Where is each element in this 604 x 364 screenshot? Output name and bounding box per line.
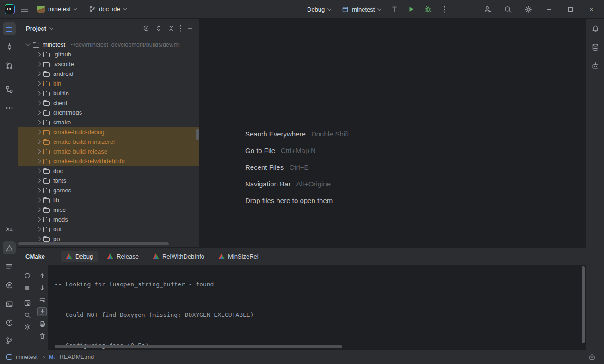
chevron-right-icon[interactable]: [37, 227, 41, 232]
scroll-to-end-button[interactable]: [37, 307, 47, 316]
settings-button[interactable]: [523, 4, 534, 15]
chevron-right-icon[interactable]: [37, 237, 41, 241]
code-with-me-button[interactable]: [482, 4, 493, 15]
tree-item[interactable]: misc: [18, 205, 199, 215]
project-panel-title[interactable]: Project: [26, 25, 46, 32]
expand-all-icon[interactable]: [155, 25, 162, 32]
tree-item-selected[interactable]: cmake-build-release: [18, 147, 199, 156]
tree-item[interactable]: bin: [18, 79, 199, 88]
chevron-right-icon[interactable]: [37, 198, 41, 203]
print-button[interactable]: [37, 319, 47, 328]
table-tool-button[interactable]: [3, 222, 16, 235]
structure-tool-button[interactable]: [3, 83, 16, 96]
console-vertical-scrollbar[interactable]: [582, 266, 585, 343]
project-selector[interactable]: minetest: [35, 4, 80, 15]
pull-requests-tool-button[interactable]: [3, 59, 16, 72]
search-everywhere-button[interactable]: [502, 4, 513, 15]
chevron-right-icon[interactable]: [37, 169, 41, 173]
stop-cmake-button[interactable]: [23, 283, 32, 292]
chevron-right-icon[interactable]: [37, 81, 41, 86]
chevron-down-icon[interactable]: [26, 42, 31, 46]
breadcrumb-file[interactable]: README.md: [60, 354, 94, 360]
collapse-all-icon[interactable]: [167, 25, 175, 32]
breadcrumb-project[interactable]: minetest: [16, 354, 37, 360]
run-configuration-dropdown[interactable]: minetest: [339, 4, 383, 15]
debug-button[interactable]: [422, 4, 433, 15]
clear-all-button[interactable]: [37, 331, 47, 340]
cmake-tab-release[interactable]: Release: [102, 251, 144, 262]
chevron-right-icon[interactable]: [37, 217, 41, 222]
tree-item[interactable]: client: [18, 98, 199, 108]
hide-panel-icon[interactable]: [186, 25, 194, 32]
chevron-right-icon[interactable]: [37, 179, 41, 183]
tree-item[interactable]: builtin: [18, 88, 199, 98]
chevron-right-icon[interactable]: [37, 91, 41, 96]
main-menu-icon[interactable]: [21, 6, 28, 12]
locate-file-icon[interactable]: [142, 25, 150, 32]
chevron-right-icon[interactable]: [37, 159, 41, 164]
tree-item-selected[interactable]: cmake-build-relwithdebinfo: [18, 156, 199, 166]
cmake-panel-title[interactable]: CMake: [25, 253, 45, 260]
chevron-right-icon[interactable]: [37, 120, 41, 125]
version-control-tool-button[interactable]: [3, 334, 16, 347]
cmake-console-output[interactable]: -- Looking for luaopen_string_buffer - f…: [48, 265, 586, 350]
close-button[interactable]: ×: [586, 3, 598, 15]
soft-wrap-button[interactable]: [37, 296, 47, 305]
chevron-right-icon[interactable]: [37, 52, 41, 57]
ai-assistant-status-button[interactable]: [586, 352, 598, 363]
tree-item[interactable]: lib: [18, 195, 199, 205]
chevron-right-icon[interactable]: [37, 130, 41, 135]
cmake-tab-debug[interactable]: Debug: [61, 251, 98, 262]
run-button[interactable]: [406, 4, 417, 15]
minimize-button[interactable]: [543, 3, 555, 15]
commit-tool-button[interactable]: [3, 40, 16, 53]
chevron-right-icon[interactable]: [37, 208, 41, 212]
run-tool-button[interactable]: [3, 278, 16, 291]
tree-root-row[interactable]: minetest ~/dev/minetest_development/buil…: [18, 40, 199, 49]
tree-item[interactable]: out: [18, 224, 199, 234]
branch-selector[interactable]: doc_ide: [86, 4, 129, 14]
panel-options-icon[interactable]: [180, 28, 181, 29]
todo-tool-button[interactable]: [3, 259, 16, 272]
more-actions-button[interactable]: [439, 4, 450, 15]
previous-message-button[interactable]: [37, 271, 47, 280]
console-settings-button[interactable]: [23, 322, 32, 332]
chevron-right-icon[interactable]: [37, 188, 41, 193]
cache-variables-button[interactable]: [23, 310, 32, 320]
reload-cmake-button[interactable]: [23, 271, 32, 280]
terminal-tool-button[interactable]: [3, 297, 16, 310]
build-hammer-button[interactable]: [389, 4, 400, 15]
tree-item[interactable]: mods: [18, 215, 199, 224]
next-message-button[interactable]: [37, 283, 47, 292]
tree-item-selected[interactable]: cmake-build-debug: [18, 127, 199, 137]
tree-item[interactable]: .github: [18, 49, 199, 59]
project-tool-button[interactable]: [3, 22, 16, 35]
chevron-right-icon[interactable]: [37, 101, 41, 105]
cmake-tab-minsizerel[interactable]: MinSizeRel: [213, 251, 264, 262]
chevron-right-icon[interactable]: [37, 140, 41, 144]
database-tool-button[interactable]: [589, 41, 602, 54]
project-horizontal-scrollbar[interactable]: [18, 242, 169, 245]
console-horizontal-scrollbar[interactable]: [55, 345, 342, 348]
tree-item[interactable]: fonts: [18, 176, 199, 185]
project-vertical-scrollbar[interactable]: [196, 129, 199, 140]
tree-item[interactable]: cmake: [18, 117, 199, 127]
tree-item[interactable]: games: [18, 185, 199, 195]
tree-item[interactable]: android: [18, 69, 199, 79]
maximize-button[interactable]: [564, 3, 576, 15]
build-type-dropdown[interactable]: Debug: [304, 4, 333, 15]
tree-item-selected[interactable]: cmake-build-minsizerel: [18, 137, 199, 147]
chevron-right-icon[interactable]: [37, 111, 41, 115]
cmake-settings-button[interactable]: [23, 298, 32, 308]
tree-item[interactable]: .vscode: [18, 59, 199, 69]
cmake-tool-button[interactable]: [3, 241, 16, 254]
more-tools-button[interactable]: [3, 101, 16, 114]
cmake-tab-relwithdebinfo[interactable]: RelWithDebInfo: [148, 251, 210, 262]
chevron-right-icon[interactable]: [37, 62, 41, 67]
ai-assistant-tool-button[interactable]: [589, 59, 602, 72]
chevron-right-icon[interactable]: [37, 72, 41, 76]
chevron-right-icon[interactable]: [37, 149, 41, 154]
tree-item[interactable]: doc: [18, 166, 199, 176]
problems-tool-button[interactable]: [3, 316, 16, 329]
notifications-tool-button[interactable]: [589, 22, 602, 35]
